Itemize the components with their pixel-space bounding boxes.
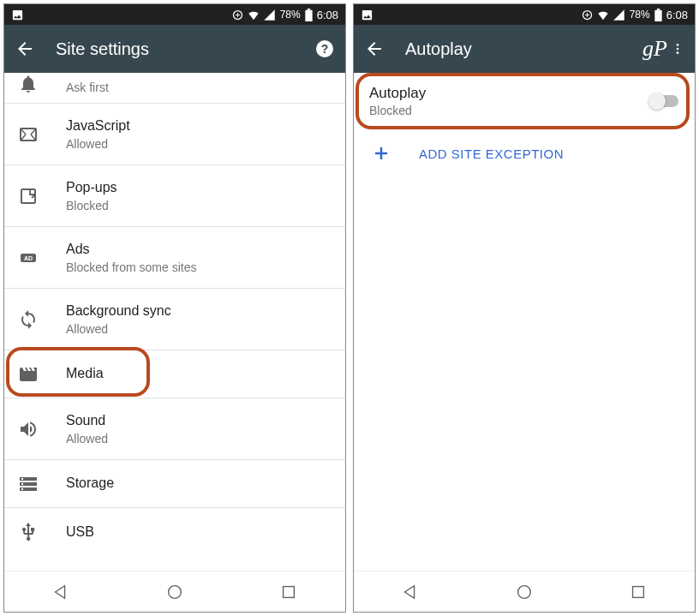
storage-icon bbox=[18, 474, 39, 494]
data-saver-icon bbox=[231, 9, 244, 21]
android-nav-bar bbox=[354, 571, 695, 612]
autoplay-toggle[interactable] bbox=[648, 93, 679, 110]
autoplay-title: Autoplay bbox=[369, 85, 648, 102]
clock: 6:08 bbox=[317, 9, 338, 21]
item-title: Media bbox=[66, 365, 332, 383]
status-bar: 78% 6:08 bbox=[354, 4, 695, 25]
item-sub: Blocked bbox=[66, 199, 332, 212]
ads-icon: AD bbox=[18, 248, 39, 268]
item-title: USB bbox=[66, 523, 332, 541]
svg-point-16 bbox=[677, 48, 679, 51]
list-item-media[interactable]: Media bbox=[4, 350, 345, 398]
sync-icon bbox=[18, 309, 39, 330]
status-bar: 78% 6:08 bbox=[4, 4, 345, 25]
plus-icon bbox=[371, 143, 391, 164]
battery-percent: 78% bbox=[280, 9, 301, 21]
page-title: Autoplay bbox=[405, 39, 642, 59]
svg-rect-11 bbox=[283, 586, 294, 597]
nav-home-icon[interactable] bbox=[165, 583, 184, 601]
list-item-usb[interactable]: USB bbox=[4, 508, 345, 556]
battery-percent: 78% bbox=[630, 9, 650, 21]
nav-home-icon[interactable] bbox=[515, 583, 534, 601]
autoplay-toggle-row[interactable]: Autoplay Blocked bbox=[354, 73, 695, 129]
app-bar: Autoplay gP bbox=[354, 25, 695, 73]
data-saver-icon bbox=[581, 9, 594, 21]
svg-text:?: ? bbox=[321, 42, 329, 56]
overflow-menu-icon[interactable] bbox=[671, 39, 684, 59]
image-icon bbox=[11, 9, 24, 21]
app-bar: Site settings ? bbox=[4, 25, 345, 73]
svg-rect-13 bbox=[654, 9, 661, 21]
signal-icon bbox=[263, 9, 276, 21]
autoplay-sub: Blocked bbox=[369, 104, 648, 117]
back-arrow-icon[interactable] bbox=[15, 39, 35, 59]
item-title: Ads bbox=[66, 241, 332, 259]
javascript-icon bbox=[18, 124, 39, 145]
phone-autoplay: 78% 6:08 Autoplay gP Autoplay Blocked AD… bbox=[353, 3, 696, 613]
item-sub: Allowed bbox=[66, 137, 332, 151]
battery-icon bbox=[654, 9, 662, 21]
svg-rect-2 bbox=[308, 9, 310, 10]
back-arrow-icon[interactable] bbox=[364, 39, 385, 59]
phone-site-settings: 78% 6:08 Site settings ? Ask first JavaS… bbox=[3, 3, 346, 613]
nav-recent-icon[interactable] bbox=[629, 583, 648, 601]
wifi-icon bbox=[596, 9, 610, 21]
usb-icon bbox=[18, 522, 39, 542]
notifications-icon bbox=[18, 74, 39, 94]
nav-back-icon[interactable] bbox=[51, 583, 70, 601]
settings-list: Ask first JavaScript Allowed Pop-ups Blo… bbox=[4, 73, 345, 571]
item-sub: Ask first bbox=[66, 81, 332, 94]
item-title: Sound bbox=[66, 412, 332, 430]
list-item-notifications[interactable]: Ask first bbox=[4, 73, 345, 104]
item-sub: Allowed bbox=[66, 432, 332, 446]
list-item-background-sync[interactable]: Background sync Allowed bbox=[4, 289, 345, 350]
add-site-exception[interactable]: ADD SITE EXCEPTION bbox=[354, 129, 695, 177]
add-site-exception-label: ADD SITE EXCEPTION bbox=[419, 147, 564, 161]
help-icon[interactable]: ? bbox=[314, 39, 335, 59]
nav-back-icon[interactable] bbox=[401, 583, 420, 601]
nav-recent-icon[interactable] bbox=[279, 583, 298, 601]
item-title: Pop-ups bbox=[66, 179, 332, 197]
android-nav-bar bbox=[4, 571, 345, 612]
svg-rect-19 bbox=[632, 586, 643, 597]
svg-point-15 bbox=[677, 44, 679, 46]
svg-rect-14 bbox=[657, 9, 660, 10]
clock: 6:08 bbox=[666, 9, 688, 21]
autoplay-content: Autoplay Blocked ADD SITE EXCEPTION bbox=[354, 73, 695, 571]
page-title: Site settings bbox=[56, 39, 314, 59]
item-title: Background sync bbox=[66, 302, 332, 320]
image-icon bbox=[361, 9, 373, 21]
sound-icon bbox=[18, 419, 39, 440]
item-title: Storage bbox=[66, 475, 332, 493]
svg-point-17 bbox=[677, 51, 679, 54]
item-sub: Blocked from some sites bbox=[66, 260, 332, 274]
list-item-javascript[interactable]: JavaScript Allowed bbox=[4, 104, 345, 165]
item-sub: Allowed bbox=[66, 322, 332, 336]
signal-icon bbox=[612, 9, 625, 21]
svg-text:AD: AD bbox=[24, 255, 33, 261]
svg-point-10 bbox=[169, 585, 182, 598]
list-item-storage[interactable]: Storage bbox=[4, 460, 345, 508]
list-item-ads[interactable]: AD Ads Blocked from some sites bbox=[4, 227, 345, 289]
watermark: gP bbox=[642, 36, 667, 62]
wifi-icon bbox=[247, 9, 260, 21]
item-title: JavaScript bbox=[66, 117, 332, 135]
svg-point-18 bbox=[518, 585, 531, 598]
list-item-sound[interactable]: Sound Allowed bbox=[4, 398, 345, 460]
media-icon bbox=[18, 364, 39, 385]
popup-icon bbox=[18, 186, 39, 206]
list-item-popups[interactable]: Pop-ups Blocked bbox=[4, 165, 345, 227]
battery-icon bbox=[305, 9, 313, 21]
